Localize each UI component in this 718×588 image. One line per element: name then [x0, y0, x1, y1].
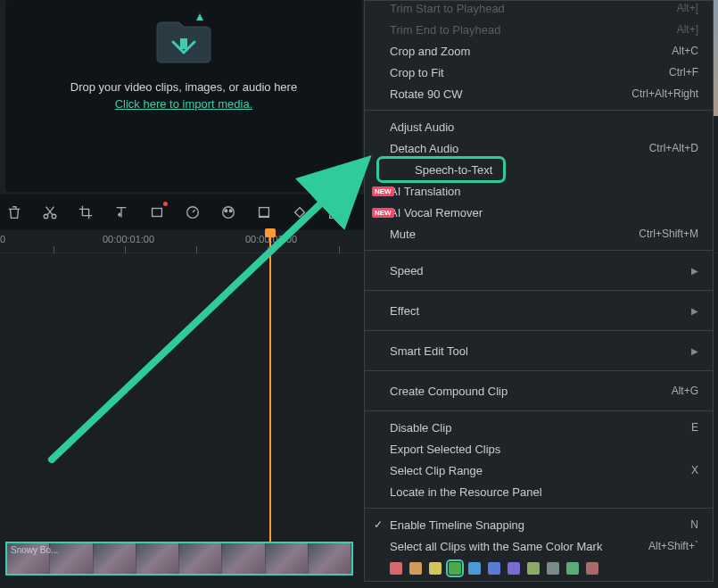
menu-compound-clip[interactable]: Create Compound Clip Alt+G — [365, 377, 713, 405]
color-swatch[interactable] — [586, 562, 598, 575]
crop-icon[interactable] — [77, 203, 95, 221]
menu-effect[interactable]: Effect ▶ — [365, 296, 713, 325]
menu-trim-start[interactable]: Trim Start to Playhead Alt+[ — [365, 0, 713, 19]
svg-text:+: + — [118, 212, 120, 217]
menu-crop-fit[interactable]: Crop to Fit Ctrl+F — [365, 62, 713, 83]
svg-point-6 — [223, 207, 235, 219]
speed-icon[interactable] — [184, 203, 202, 221]
menu-timeline-snapping[interactable]: ✓ Enable Timeline Snapping N — [365, 514, 713, 535]
svg-rect-9 — [260, 208, 269, 218]
chevron-right-icon: ▶ — [691, 266, 698, 276]
color-swatch[interactable] — [547, 562, 559, 575]
svg-point-8 — [229, 210, 232, 212]
dropzone-text: Drop your video clips, images, or audio … — [5, 80, 362, 94]
menu-select-range[interactable]: Select Clip Range X — [365, 460, 713, 481]
menu-locate-resource[interactable]: Locate in the Resource Panel — [365, 481, 713, 502]
playhead[interactable] — [269, 230, 271, 569]
menu-select-same-color[interactable]: Select all Clips with the Same Color Mar… — [365, 535, 713, 557]
media-panel: Drop your video clips, images, or audio … — [5, 0, 362, 192]
menu-detach-audio[interactable]: Detach Audio Ctrl+Alt+D — [365, 137, 713, 159]
new-badge: NEW — [372, 186, 394, 196]
menu-rotate[interactable]: Rotate 90 CW Ctrl+Alt+Right — [365, 83, 713, 104]
svg-point-7 — [225, 210, 227, 212]
color-swatch[interactable] — [390, 562, 402, 575]
menu-crop-zoom[interactable]: Crop and Zoom Alt+C — [365, 40, 713, 62]
color-swatch[interactable] — [508, 562, 520, 575]
menu-mute[interactable]: Mute Ctrl+Shift+M — [365, 223, 713, 244]
cut-icon[interactable] — [41, 203, 59, 221]
new-badge: NEW — [372, 208, 394, 218]
keyframe-icon[interactable] — [291, 203, 309, 221]
menu-speed[interactable]: Speed ▶ — [365, 256, 713, 285]
chevron-right-icon: ▶ — [691, 306, 698, 316]
svg-rect-4 — [153, 209, 162, 217]
rectangle-icon[interactable] — [148, 203, 166, 221]
svg-point-2 — [52, 214, 56, 219]
import-link[interactable]: Click here to import media. — [115, 97, 253, 111]
menu-adjust-audio[interactable]: Adjust Audio — [365, 116, 713, 137]
time-label: 0 — [0, 234, 5, 244]
menu-speech-to-text[interactable]: Speech-to-Text — [379, 159, 503, 180]
folder-import-icon — [148, 13, 219, 67]
text-icon[interactable]: + — [112, 203, 130, 221]
color-swatch[interactable] — [409, 562, 422, 575]
color-swatch[interactable] — [449, 562, 461, 575]
color-swatch[interactable] — [468, 562, 481, 575]
expand-icon[interactable] — [326, 203, 344, 221]
svg-point-1 — [44, 214, 48, 219]
menu-smart-edit[interactable]: Smart Edit Tool ▶ — [365, 336, 713, 365]
menu-export-selected[interactable]: Export Selected Clips — [365, 438, 713, 460]
video-clip[interactable]: Snowy Bo... — [5, 542, 353, 576]
color-icon[interactable] — [219, 203, 237, 221]
delete-icon[interactable] — [5, 203, 23, 221]
menu-disable-clip[interactable]: Disable Clip E — [365, 417, 713, 438]
effects-icon[interactable] — [255, 203, 273, 221]
svg-rect-0 — [180, 38, 187, 49]
chevron-right-icon: ▶ — [691, 346, 698, 356]
menu-ai-vocal-remover[interactable]: NEW AI Vocal Remover — [365, 202, 713, 223]
dropzone[interactable]: Drop your video clips, images, or audio … — [5, 0, 362, 111]
menu-ai-translation[interactable]: NEW AI Translation — [365, 180, 713, 202]
color-swatch[interactable] — [429, 562, 442, 575]
context-menu: Trim Start to Playhead Alt+[ Trim End to… — [364, 0, 714, 582]
timeline-toolbar: + — [0, 195, 366, 230]
time-label: 00:00:01:00 — [103, 234, 154, 244]
color-swatch[interactable] — [566, 562, 579, 575]
menu-trim-end[interactable]: Trim End to Playhead Alt+] — [365, 19, 713, 40]
clip-label: Snowy Bo... — [11, 545, 58, 555]
color-swatch[interactable] — [527, 562, 540, 575]
check-icon: ✓ — [374, 518, 383, 531]
color-swatch[interactable] — [488, 562, 500, 575]
color-swatches — [365, 557, 713, 580]
